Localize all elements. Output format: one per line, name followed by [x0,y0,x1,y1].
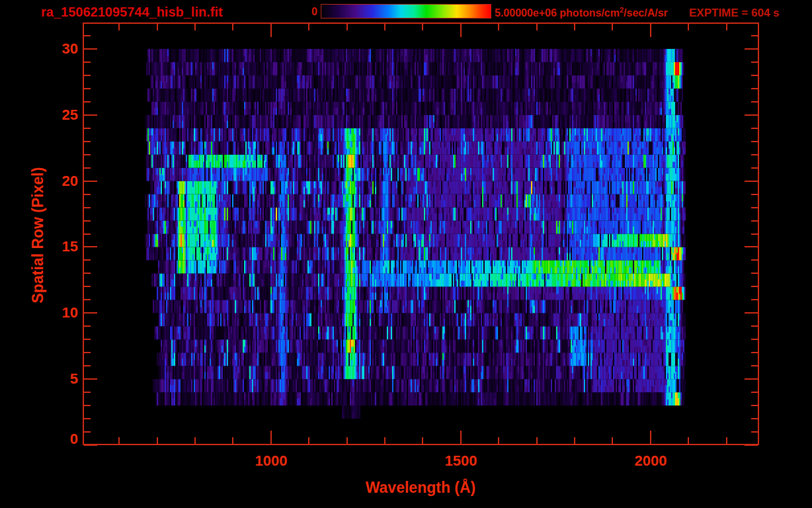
tick-mark [232,24,233,30]
tick-mark [650,24,651,37]
tick-mark [751,392,758,393]
y-tick-label: 0 [32,431,78,448]
tick-mark [745,444,758,446]
x-tick-label: 1500 [428,452,494,470]
tick-mark [84,48,97,50]
tick-mark [308,24,309,30]
y-tick-label: 25 [32,106,78,124]
tick-mark [751,339,758,340]
tick-mark [84,418,91,419]
tick-mark [751,128,758,129]
tick-mark [194,437,196,444]
tick-mark [384,437,386,444]
tick-mark [84,392,91,393]
tick-mark [84,62,91,63]
tick-mark [498,437,499,444]
x-axis-title: Wavelength (Å) [321,479,520,497]
tick-mark [460,431,462,444]
tick-mark [84,207,91,208]
colorbar-max-units: /sec/A/sr [624,7,668,19]
tick-mark [751,62,758,63]
tick-mark [84,194,91,195]
tick-mark [308,437,309,444]
y-tick-label: 30 [32,40,78,58]
colorbar-min-label: 0 [299,6,317,18]
y-axis-title: Spatial Row (Pixel) [29,136,47,335]
tick-mark [745,181,758,182]
tick-mark [84,352,91,353]
tick-mark [118,24,120,30]
tick-mark [751,154,758,155]
tick-mark [751,35,758,36]
tick-mark [84,325,91,327]
tick-mark [751,431,758,433]
tick-mark [751,405,758,406]
tick-mark [84,35,91,36]
tick-mark [650,431,651,444]
tick-mark [346,437,348,444]
colorbar-max-label: 5.00000e+06 photons/cm2/sec/A/sr [495,6,668,19]
tick-mark [157,24,158,30]
tick-mark [612,437,613,444]
colorbar-max-value: 5.00000e+06 photons/cm [495,7,620,19]
tick-mark [84,444,97,446]
tick-mark [84,181,97,182]
tick-mark [536,24,538,30]
tick-mark [84,246,97,247]
tick-mark [498,24,499,30]
tick-mark [194,24,196,30]
tick-mark [84,365,91,366]
tick-mark [384,24,386,30]
tick-mark [751,418,758,419]
tick-mark [751,259,758,261]
tick-mark [84,101,91,103]
tick-mark [688,24,689,30]
tick-mark [84,141,91,142]
tick-mark [751,286,758,287]
exptime-label: EXPTIME = 604 s [689,7,780,20]
tick-mark [726,437,727,444]
tick-mark [84,220,91,222]
tick-mark [84,233,91,235]
tick-mark [751,220,758,222]
tick-mark [84,167,91,169]
tick-mark [84,431,91,433]
tick-mark [84,299,91,300]
y-tick-label: 5 [32,370,78,388]
tick-mark [751,273,758,274]
tick-mark [84,405,91,406]
tick-mark [536,437,538,444]
tick-mark [84,114,97,116]
tick-mark [751,352,758,353]
tick-mark [751,141,758,142]
tick-mark [270,431,272,444]
tick-mark [751,167,758,169]
tick-mark [460,24,462,37]
tick-mark [751,88,758,89]
tick-mark [574,437,575,444]
tick-mark [270,24,272,37]
tick-mark [612,24,613,30]
tick-mark [118,437,120,444]
tick-mark [84,273,91,274]
spectrogram-window: ra_150621095744_hisb_lin.fit 0 5.00000e+… [0,0,812,508]
tick-mark [422,437,423,444]
tick-mark [751,101,758,103]
tick-mark [726,24,727,30]
tick-mark [84,75,91,76]
tick-mark [751,207,758,208]
tick-mark [745,246,758,247]
tick-mark [751,194,758,195]
tick-mark [751,299,758,300]
x-tick-label: 1000 [238,452,304,470]
tick-mark [157,437,158,444]
colorbar-gradient [321,4,491,19]
tick-mark [751,325,758,327]
tick-mark [751,233,758,235]
tick-mark [84,88,91,89]
tick-mark [751,365,758,366]
tick-mark [84,128,91,129]
tick-mark [574,24,575,30]
tick-mark [688,437,689,444]
tick-mark [745,48,758,50]
